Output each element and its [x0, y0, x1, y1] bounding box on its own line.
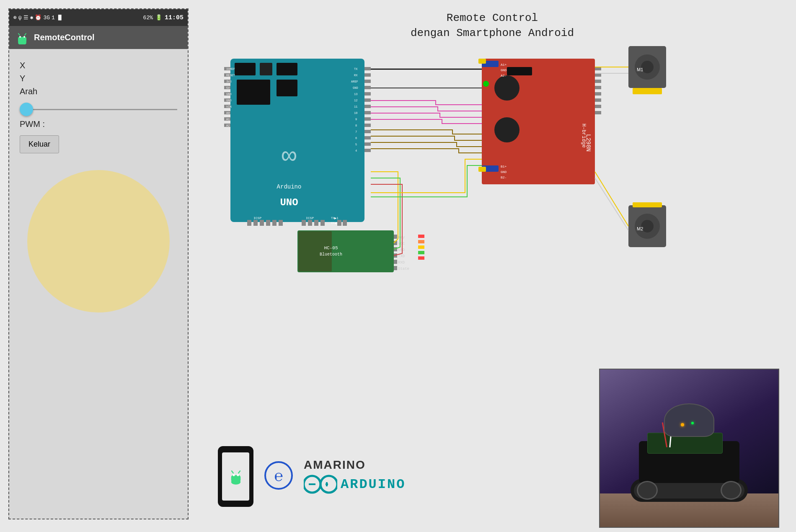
- svg-line-5: [25, 34, 26, 35]
- svg-text:7: 7: [355, 130, 357, 134]
- label-arah: Arah: [20, 87, 177, 96]
- svg-rect-10: [277, 80, 297, 96]
- svg-rect-44: [364, 130, 371, 133]
- amarino-text: AMARINO: [304, 458, 406, 472]
- svg-line-136: [595, 178, 628, 230]
- clock-time: 11:05: [165, 14, 183, 21]
- svg-text:IOREF: IOREF: [226, 67, 235, 71]
- svg-rect-72: [320, 220, 325, 226]
- title-line1: Remote Control: [197, 10, 788, 26]
- circuit-diagram: ∞ Arduino UNO IOREF RESET 3V3 5V GND GND…: [205, 46, 783, 281]
- pwm-slider[interactable]: [20, 103, 177, 116]
- svg-rect-128: [418, 251, 424, 254]
- svg-rect-94: [595, 80, 601, 83]
- status-icons: ⊕ ψ ☰ ✱ ⏰ 3G 1 ▐▌: [13, 14, 63, 21]
- svg-rect-104: [633, 88, 662, 94]
- svg-rect-93: [595, 73, 601, 77]
- svg-text:GND: GND: [501, 170, 507, 174]
- svg-point-78: [494, 75, 519, 101]
- svg-rect-80: [507, 67, 532, 75]
- svg-text:AREF: AREF: [351, 80, 358, 83]
- svg-rect-96: [595, 92, 601, 96]
- phone-statusbar: ⊕ ψ ☰ ✱ ⏰ 3G 1 ▐▌ 62% 🔋 11:05: [9, 9, 188, 26]
- svg-text:GND: GND: [226, 93, 232, 96]
- svg-text:5V: 5V: [226, 86, 230, 90]
- svg-rect-71: [314, 220, 318, 226]
- svg-text:A2-: A2-: [501, 74, 507, 77]
- svg-rect-8: [277, 63, 297, 75]
- bluetooth-icon: ✱: [30, 14, 34, 21]
- svg-rect-69: [302, 220, 306, 226]
- svg-text:4: 4: [355, 149, 357, 152]
- svg-line-142: [238, 471, 240, 473]
- svg-rect-97: [595, 98, 601, 102]
- svg-text:HC-05: HC-05: [324, 245, 338, 251]
- arduino-logo-icon: [304, 474, 337, 495]
- arduino-text: ARDUINO: [341, 477, 406, 492]
- svg-text:6: 6: [355, 137, 357, 140]
- label-x: X: [20, 61, 177, 70]
- bbm-icon: ☰: [23, 14, 28, 21]
- logos-area: ℮ AMARINO ARDUINO: [218, 446, 532, 507]
- svg-text:℮: ℮: [274, 467, 283, 484]
- svg-rect-1: [18, 37, 26, 43]
- svg-point-79: [494, 117, 519, 142]
- svg-rect-66: [272, 220, 277, 226]
- label-y: Y: [20, 74, 177, 83]
- phone-content: X Y Arah PWM : Keluar: [9, 49, 188, 321]
- smartphone-mockup: [218, 446, 253, 507]
- svg-text:9: 9: [355, 118, 357, 121]
- svg-text:RESET: RESET: [226, 74, 235, 77]
- title-line2: dengan Smartphone Android: [197, 26, 788, 41]
- svg-line-141: [232, 471, 233, 473]
- svg-rect-92: [595, 67, 601, 70]
- svg-text:M1: M1: [637, 67, 643, 72]
- svg-text:VCC: VCC: [398, 242, 405, 246]
- label-pwm: PWM :: [20, 119, 177, 129]
- svg-rect-116: [394, 266, 397, 270]
- svg-text:RX◀0: RX◀0: [331, 222, 339, 225]
- svg-text:TX: TX: [354, 67, 358, 71]
- svg-text:TX▶1: TX▶1: [331, 217, 339, 220]
- svg-text:GND: GND: [226, 99, 232, 102]
- svg-rect-101: [478, 167, 486, 172]
- svg-text:A1: A1: [226, 118, 230, 121]
- svg-text:8: 8: [355, 124, 357, 127]
- svg-text:B1+: B1+: [501, 165, 507, 168]
- svg-rect-138: [231, 475, 240, 482]
- svg-text:M2: M2: [637, 226, 643, 231]
- slider-track: [26, 109, 177, 110]
- svg-text:Key: Key: [398, 235, 405, 240]
- robot-photo: [599, 369, 779, 528]
- slider-thumb[interactable]: [20, 103, 33, 116]
- svg-rect-70: [308, 220, 312, 226]
- svg-rect-7: [260, 63, 272, 75]
- diagram-title: Remote Control dengan Smartphone Android: [197, 10, 788, 41]
- network-3g-icon: 3G: [43, 15, 50, 21]
- svg-text:12: 12: [354, 99, 357, 102]
- joystick-circle[interactable]: [27, 170, 170, 312]
- svg-point-3: [23, 36, 25, 38]
- svg-text:GND: GND: [398, 248, 405, 252]
- svg-rect-35: [364, 73, 371, 77]
- svg-rect-43: [364, 124, 371, 127]
- svg-rect-6: [235, 63, 256, 75]
- svg-rect-45: [364, 136, 371, 139]
- brand-logos: AMARINO ARDUINO: [304, 458, 406, 495]
- signal-icon: ▐▌: [57, 15, 63, 21]
- svg-rect-38: [364, 92, 371, 96]
- svg-text:GND: GND: [353, 86, 358, 90]
- alarm-icon: ⏰: [35, 14, 41, 21]
- svg-text:RX: RX: [354, 74, 358, 77]
- svg-line-135: [595, 172, 628, 226]
- svg-text:GND: GND: [501, 68, 507, 72]
- svg-rect-77: [343, 220, 347, 226]
- svg-rect-9: [237, 80, 270, 105]
- svg-text:Bluetooth: Bluetooth: [320, 252, 342, 257]
- svg-rect-62: [247, 220, 251, 226]
- svg-rect-110: [298, 231, 332, 271]
- svg-rect-64: [260, 220, 264, 226]
- android-icon: [227, 468, 244, 485]
- phone-panel: ⊕ ψ ☰ ✱ ⏰ 3G 1 ▐▌ 62% 🔋 11:05 RemoteCont…: [8, 8, 189, 519]
- keluar-button[interactable]: Keluar: [20, 135, 59, 153]
